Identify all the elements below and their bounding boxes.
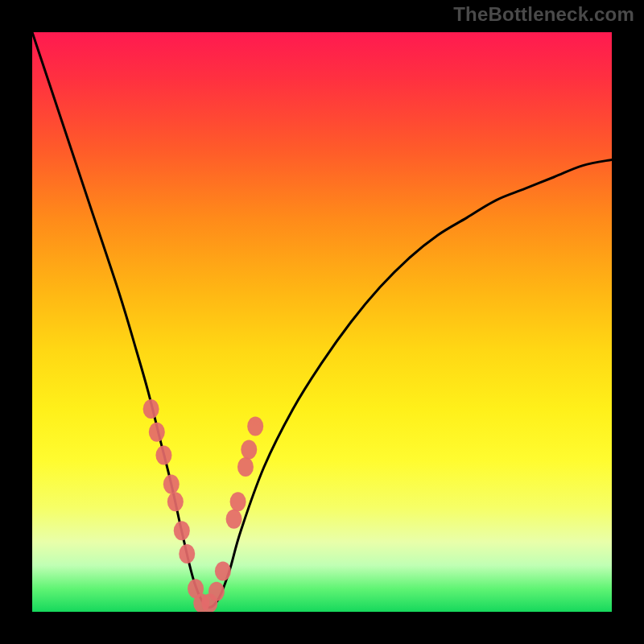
chart-svg — [32, 32, 612, 612]
watermark-label: TheBottleneck.com — [453, 3, 634, 26]
marker-point — [167, 492, 184, 511]
highlight-markers — [143, 399, 264, 612]
marker-point — [247, 417, 263, 436]
marker-point — [230, 492, 246, 511]
marker-point — [155, 446, 171, 465]
marker-point — [215, 562, 231, 581]
marker-point — [143, 399, 159, 419]
marker-point — [163, 475, 180, 494]
marker-point — [226, 510, 242, 529]
bottleneck-curve — [32, 32, 612, 607]
marker-point — [174, 521, 190, 540]
plot-area — [32, 32, 612, 612]
marker-point — [179, 544, 195, 564]
marker-point — [149, 423, 165, 442]
marker-point — [237, 457, 254, 477]
chart-frame: TheBottleneck.com — [0, 0, 644, 644]
marker-point — [208, 582, 225, 601]
marker-point — [241, 440, 257, 459]
